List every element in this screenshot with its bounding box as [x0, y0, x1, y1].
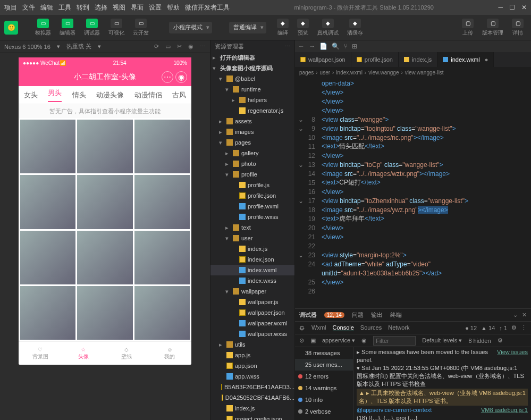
- device-label[interactable]: Nexus 6 100% 16: [4, 44, 50, 50]
- menu-item[interactable]: 文件: [22, 3, 35, 12]
- right-版本管理[interactable]: ▢版本管理: [479, 18, 507, 38]
- cut-icon[interactable]: ✂: [177, 43, 182, 50]
- avatar-cell[interactable]: [77, 120, 132, 173]
- tree-images[interactable]: ▸images: [210, 127, 294, 137]
- tree-index.json[interactable]: index.json: [210, 254, 294, 265]
- avatar-cell[interactable]: [77, 286, 132, 340]
- tree-gallery[interactable]: ▸gallery: [210, 148, 294, 158]
- menu-item[interactable]: 转到: [77, 3, 89, 12]
- paneltab-输出[interactable]: 输出: [371, 311, 383, 319]
- maximize-icon[interactable]: ☐: [509, 4, 515, 11]
- menu-item[interactable]: 设置: [149, 3, 162, 12]
- tree-index.wxml[interactable]: index.wxml: [210, 265, 294, 275]
- tree-profile.js[interactable]: profile.js: [210, 180, 294, 190]
- search-icon[interactable]: 🔍: [332, 43, 340, 50]
- phone-icon[interactable]: ▭: [165, 43, 171, 50]
- consoletab-Sources[interactable]: Sources: [360, 324, 382, 331]
- back-icon[interactable]: ←: [298, 43, 305, 50]
- avatar-cell[interactable]: [134, 120, 190, 173]
- edtab-wallpaper.json[interactable]: wallpaper.json: [295, 52, 351, 67]
- tree-wallpaper.json[interactable]: wallpaper.json: [210, 307, 294, 318]
- tree-helpers[interactable]: ▸helpers: [210, 95, 294, 105]
- paneltab-调试器[interactable]: 调试器: [299, 311, 317, 319]
- toolbar-云开发[interactable]: ▭云开发: [130, 18, 152, 38]
- tree-index.js[interactable]: index.js: [210, 403, 294, 414]
- edtab-profile.json[interactable]: profile.json: [351, 52, 399, 67]
- menu-item[interactable]: 帮助: [167, 3, 180, 12]
- tree-wallpaper.wxml[interactable]: wallpaper.wxml: [210, 318, 294, 329]
- minimize-icon[interactable]: ─: [498, 4, 503, 11]
- menu-item[interactable]: 项目: [4, 3, 17, 12]
- tree-profile.wxss[interactable]: profile.wxss: [210, 212, 294, 222]
- panel-more-icon[interactable]: ⋮: [521, 324, 527, 331]
- summary-row[interactable]: 2 verbose: [295, 406, 353, 417]
- edtab-index.js[interactable]: index.js: [399, 52, 437, 67]
- tree-app.wxss[interactable]: app.wxss: [210, 371, 294, 382]
- tree-utils[interactable]: ▸utils: [210, 339, 294, 350]
- tree-runtime[interactable]: ▾runtime: [210, 84, 294, 95]
- tab-情头[interactable]: 情头: [72, 90, 86, 100]
- code-editor[interactable]: open-data> </view> </view> </view>⌄8 <vi…: [295, 78, 531, 308]
- tree-@babel[interactable]: ▾@babel: [210, 73, 294, 84]
- avatar-cell[interactable]: [20, 286, 75, 340]
- avatar-cell[interactable]: [20, 231, 75, 284]
- levels-select[interactable]: Default levels ▾: [422, 337, 462, 344]
- tab-古风[interactable]: 古风: [172, 90, 186, 100]
- tree-pages[interactable]: ▾pages: [210, 137, 294, 148]
- section-头像套图小程序源码[interactable]: ▾头像套图小程序源码: [210, 63, 294, 73]
- file-icon[interactable]: 📄: [319, 43, 327, 50]
- menu-item[interactable]: 视图: [113, 3, 125, 12]
- summary-row[interactable]: 12 errors: [295, 371, 353, 382]
- consoletab-Network[interactable]: Network: [388, 324, 409, 331]
- tree-profile.json[interactable]: profile.json: [210, 190, 294, 201]
- tree-project.config.json[interactable]: project.config.json: [210, 414, 294, 420]
- explorer-more-icon[interactable]: ⋯: [284, 43, 290, 50]
- tab-动漫情侣[interactable]: 动漫情侣: [134, 90, 162, 100]
- tree-photo[interactable]: ▸photo: [210, 158, 294, 169]
- branch-icon[interactable]: ⑂: [344, 43, 348, 50]
- toolbar-可视化[interactable]: ▭可视化: [105, 18, 128, 38]
- ext-icon[interactable]: ⊞: [352, 43, 357, 50]
- context-select[interactable]: appservice ▾: [322, 337, 355, 344]
- close-icon[interactable]: ✕: [521, 4, 527, 11]
- tree-assets[interactable]: ▸assets: [210, 116, 294, 127]
- summary-row[interactable]: 10 info: [295, 394, 353, 406]
- tab-男头[interactable]: 男头: [48, 88, 62, 102]
- inspect-icon[interactable]: ⯐: [299, 325, 305, 331]
- section-打开的编辑器[interactable]: ▸打开的编辑器: [210, 52, 294, 63]
- avatar-cell[interactable]: [77, 175, 132, 229]
- hidden-count[interactable]: 8 hidden: [468, 338, 491, 344]
- consoletab-Console[interactable]: Console: [333, 324, 354, 331]
- toolbar-编辑器[interactable]: ▭编辑器: [56, 18, 79, 38]
- close-panel-icon[interactable]: ✕: [522, 312, 527, 318]
- tree-profile.wxml[interactable]: profile.wxml: [210, 201, 294, 212]
- menu-item[interactable]: 工具: [58, 3, 71, 12]
- edtab-index.wxml[interactable]: index.wxml●: [437, 52, 494, 67]
- avatar-cell[interactable]: [134, 175, 190, 229]
- gear-icon[interactable]: ⚙: [511, 324, 517, 331]
- menu-item[interactable]: 选择: [95, 3, 107, 12]
- fwd-icon[interactable]: →: [309, 43, 315, 50]
- clear-icon[interactable]: ⊘: [299, 337, 304, 344]
- avatar-cell[interactable]: [77, 231, 132, 284]
- tree-user[interactable]: ▾user: [210, 233, 294, 243]
- avatar-cell[interactable]: [134, 286, 190, 340]
- tree-wallpaper.js[interactable]: wallpaper.js: [210, 297, 294, 307]
- tree-app.js[interactable]: app.js: [210, 350, 294, 360]
- summary-row[interactable]: 38 messages: [295, 347, 353, 359]
- action-真机调试[interactable]: ◆真机调试: [314, 18, 342, 38]
- tree-wallpaper[interactable]: ▾wallpaper: [210, 286, 294, 297]
- tree-wallpaper.wxss[interactable]: wallpaper.wxss: [210, 329, 294, 339]
- filter-input[interactable]: [373, 336, 416, 346]
- mode-select[interactable]: 小程序模式: [169, 22, 212, 33]
- avatar-cell[interactable]: [134, 231, 190, 284]
- right-详情[interactable]: ▢详情: [509, 18, 527, 38]
- tree-regenerator.js[interactable]: regenerator.js: [210, 105, 294, 116]
- bottomnav-我的[interactable]: ☺我的: [148, 342, 191, 365]
- hotreload-label[interactable]: 热重载 关: [66, 43, 91, 51]
- capsule-more-icon[interactable]: ⋯: [162, 71, 173, 83]
- settings-icon[interactable]: ⚙: [498, 337, 503, 344]
- bottomnav-壁纸[interactable]: ◇壁纸: [105, 342, 148, 365]
- home-icon[interactable]: ◉: [188, 43, 193, 50]
- toolbar-模拟器[interactable]: ▭模拟器: [32, 18, 54, 38]
